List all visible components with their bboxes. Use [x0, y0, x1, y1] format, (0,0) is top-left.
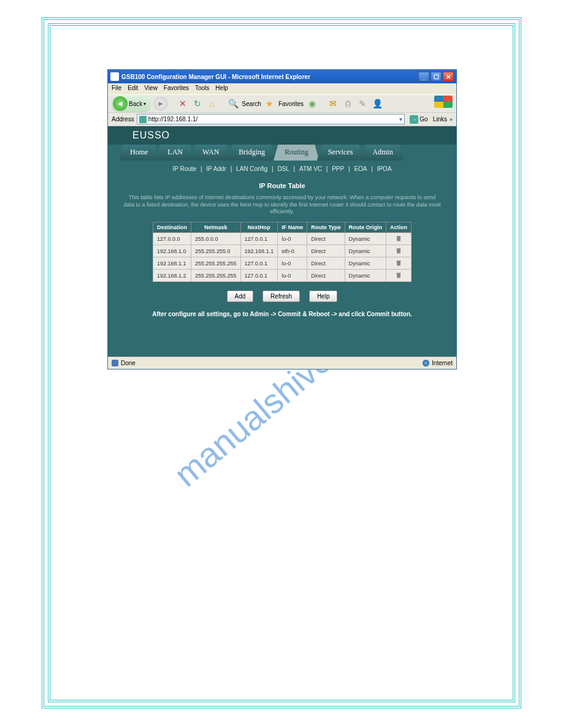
subtab-lanconfig[interactable]: LAN Config: [234, 165, 270, 172]
table-cell: 192.168.1.2: [153, 270, 191, 282]
forward-button[interactable]: ►: [153, 96, 168, 111]
search-icon[interactable]: 🔍: [227, 97, 239, 110]
table-cell: 255.255.255.255: [191, 270, 241, 282]
table-cell: 192.168.1.1: [240, 245, 278, 257]
subtab-ipaddr[interactable]: IP Addr: [204, 165, 229, 172]
tab-home[interactable]: Home: [119, 145, 159, 161]
table-cell: Dynamic: [345, 257, 386, 270]
trash-icon[interactable]: [396, 247, 402, 254]
home-icon[interactable]: ⌂: [206, 97, 218, 110]
tab-routing[interactable]: Routing: [274, 145, 320, 161]
table-cell: lo-0: [278, 233, 307, 245]
go-icon: →: [410, 115, 418, 124]
table-cell: 127.0.0.1: [240, 233, 278, 245]
globe-icon: [423, 360, 429, 366]
col-routeorigin: Route Origin: [345, 222, 386, 233]
statusbar: Done Internet: [108, 357, 456, 369]
status-icon: [112, 360, 118, 366]
table-cell: 255.255.255.255: [191, 257, 241, 270]
stop-icon[interactable]: ✕: [177, 97, 189, 110]
table-cell: 127.0.0.0: [153, 233, 191, 245]
action-cell: [386, 245, 412, 257]
sub-tabs: IP Route | IP Addr | LAN Config | DSL | …: [108, 161, 456, 177]
table-cell: Direct: [307, 245, 345, 257]
window-title: GSB100 Configuration Manager GUI - Micro…: [121, 74, 310, 80]
refresh-button[interactable]: Refresh: [262, 290, 300, 302]
col-netmask: Netmask: [191, 222, 241, 233]
messenger-icon[interactable]: 👤: [371, 97, 383, 110]
table-cell: 255.0.0.0: [191, 233, 241, 245]
address-url: http://192.168.1.1/: [148, 116, 398, 123]
subtab-dsl[interactable]: DSL: [275, 165, 291, 172]
table-cell: 192.168.1.0: [153, 245, 191, 257]
titlebar[interactable]: GSB100 Configuration Manager GUI - Micro…: [108, 70, 456, 83]
table-cell: Direct: [307, 233, 345, 245]
menu-edit[interactable]: Edit: [128, 85, 138, 93]
menu-tools[interactable]: Tools: [195, 85, 209, 93]
app-icon: [110, 72, 119, 81]
page-icon: [139, 116, 147, 123]
page-title: IP Route Table: [108, 182, 456, 189]
print-icon[interactable]: ⎙: [342, 97, 354, 110]
favorites-label[interactable]: Favorites: [278, 100, 304, 107]
status-text: Done: [121, 360, 136, 366]
col-nexthop: NextHop: [240, 222, 278, 233]
subtab-atmvc[interactable]: ATM VC: [297, 165, 324, 172]
subtab-iproute[interactable]: IP Route: [170, 165, 199, 172]
menu-file[interactable]: File: [112, 85, 121, 93]
action-buttons: Add Refresh Help: [108, 290, 456, 302]
browser-window: GSB100 Configuration Manager GUI - Micro…: [107, 69, 457, 370]
go-label: Go: [419, 116, 427, 123]
search-label[interactable]: Search: [242, 100, 261, 107]
links-label[interactable]: Links: [433, 116, 447, 123]
table-row: 192.168.1.0255.255.255.0192.168.1.1eth-0…: [153, 245, 412, 257]
tab-lan[interactable]: LAN: [156, 145, 194, 161]
action-cell: [386, 233, 412, 245]
subtab-eoa[interactable]: EOA: [351, 165, 369, 172]
address-input[interactable]: http://192.168.1.1/ ▾: [137, 114, 405, 124]
trash-icon[interactable]: [396, 235, 402, 241]
refresh-icon[interactable]: ↻: [191, 97, 204, 110]
table-row: 192.168.1.2255.255.255.255127.0.0.1lo-0D…: [153, 270, 412, 282]
menu-view[interactable]: View: [144, 85, 158, 93]
edit-icon[interactable]: ✎: [356, 97, 369, 110]
go-button[interactable]: → Go: [407, 115, 430, 124]
tab-wan[interactable]: WAN: [191, 145, 230, 161]
favorites-icon[interactable]: ★: [264, 97, 276, 110]
mail-icon[interactable]: ✉: [327, 97, 339, 110]
tab-services[interactable]: Services: [317, 145, 364, 161]
help-button[interactable]: Help: [309, 290, 338, 302]
tab-bridging[interactable]: Bridging: [228, 145, 276, 161]
address-dropdown-icon[interactable]: ▾: [399, 116, 402, 123]
subtab-ppp[interactable]: PPP: [329, 165, 347, 172]
table-cell: Dynamic: [345, 245, 386, 257]
address-label: Address: [112, 116, 134, 123]
back-dropdown-icon[interactable]: ▾: [144, 101, 146, 107]
add-button[interactable]: Add: [227, 290, 254, 302]
table-row: 127.0.0.0255.0.0.0127.0.0.1lo-0DirectDyn…: [153, 233, 412, 245]
table-row: 192.168.1.1255.255.255.255127.0.0.1lo-0D…: [153, 257, 412, 270]
subtab-ipoa[interactable]: IPOA: [375, 165, 394, 172]
back-icon: ◄: [113, 96, 128, 111]
menubar: File Edit View Favorites Tools Help: [108, 83, 456, 94]
trash-icon[interactable]: [396, 259, 402, 266]
brand-logo: EUSSO: [132, 130, 170, 141]
header-strip: EUSSO: [108, 126, 456, 145]
media-icon[interactable]: ◉: [306, 97, 318, 110]
tab-admin[interactable]: Admin: [361, 145, 404, 161]
menu-favorites[interactable]: Favorites: [164, 85, 189, 93]
links-expand-icon[interactable]: »: [450, 116, 453, 123]
menu-help[interactable]: Help: [215, 85, 228, 93]
close-button[interactable]: ✕: [443, 72, 454, 82]
minimize-button[interactable]: _: [418, 72, 429, 82]
maximize-button[interactable]: ☐: [431, 72, 442, 82]
table-cell: Direct: [307, 257, 345, 270]
table-cell: eth-0: [278, 245, 307, 257]
col-routetype: Route Type: [307, 222, 345, 233]
zone-text: Internet: [432, 360, 453, 366]
action-cell: [386, 257, 412, 270]
route-table: Destination Netmask NextHop IF Name Rout…: [153, 222, 412, 282]
trash-icon[interactable]: [396, 271, 402, 278]
back-button[interactable]: ◄ Back ▾: [112, 95, 151, 112]
col-action: Action: [386, 222, 412, 233]
